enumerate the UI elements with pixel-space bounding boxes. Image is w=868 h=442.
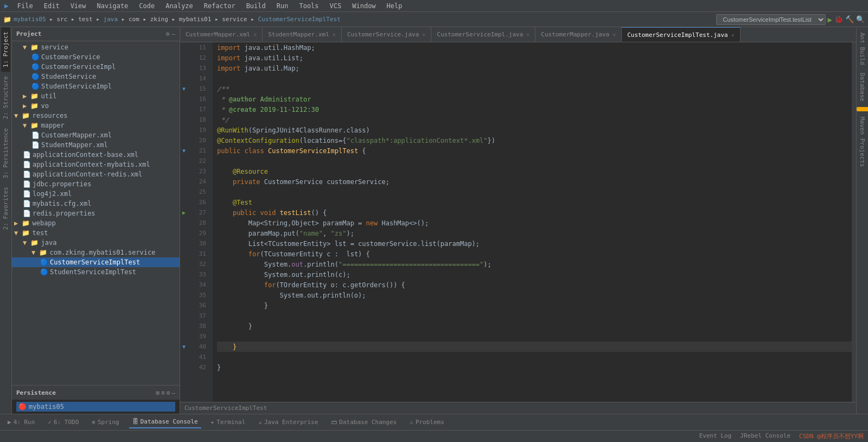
tab-label: CustomerMapper.java: [541, 31, 609, 38]
debug-button[interactable]: 🐞: [834, 15, 843, 23]
linenum-27: 27: [188, 209, 209, 216]
tree-webapp[interactable]: ▶ 📁 webapp: [12, 218, 180, 228]
code-line-26: @Test: [217, 197, 852, 207]
tree-appctx-mybatis[interactable]: 📄 applicationContext-mybatis.xml: [12, 160, 180, 169]
run-config-dropdown[interactable]: CustomerServiceImplTest.testList: [716, 14, 826, 25]
sidebar-hide-icon[interactable]: —: [171, 30, 175, 37]
menu-tools[interactable]: Tools: [297, 1, 321, 11]
tree-redis-props[interactable]: 📄 redis.properties: [12, 209, 180, 218]
tree-com-zking[interactable]: ▼ 📁 com.zking.mybatis01.service: [12, 248, 180, 257]
tree-vo[interactable]: ▶ 📁 vo: [12, 101, 180, 111]
project-tab[interactable]: 1: Project: [1, 27, 10, 72]
database-tab[interactable]: Database: [858, 70, 867, 105]
tree-jdbc-props[interactable]: 📄 jdbc.properties: [12, 179, 180, 189]
menu-refactor[interactable]: Refactor: [202, 1, 238, 11]
tab-customer-service-impl-test-java[interactable]: CustomerServiceImplTest.java ✕: [622, 27, 740, 42]
line-41-row: 41: [180, 352, 213, 362]
tree-customer-service[interactable]: 🔵 CustomerService: [12, 52, 180, 62]
tab-close-icon-4[interactable]: ✕: [526, 31, 529, 37]
tree-student-service[interactable]: 🔵 StudentService: [12, 72, 180, 81]
tree-student-service-impl-test[interactable]: 🔵 StudentServiceImplTest: [12, 267, 180, 277]
menu-view[interactable]: View: [68, 1, 88, 11]
code-line-18: */: [217, 115, 852, 125]
code-content[interactable]: import java.util.HashMap; import java.ut…: [213, 42, 852, 402]
problems-tab[interactable]: ⚠ Problems: [406, 416, 448, 428]
event-log[interactable]: Event Log: [699, 432, 732, 440]
terminal-tab[interactable]: ▸ Terminal: [208, 416, 249, 428]
menu-file[interactable]: File: [15, 1, 35, 11]
tree-resources[interactable]: ▼ 📁 resources: [12, 111, 180, 121]
tree-log4j2[interactable]: 📄 log4j2.xml: [12, 189, 180, 199]
spring-tab[interactable]: ⊕ Spring: [88, 416, 122, 428]
linenum-33: 33: [188, 271, 209, 278]
persistence-tab[interactable]: 3: Persistence: [1, 124, 10, 183]
menu-vcs[interactable]: VCS: [328, 1, 344, 11]
tree-util[interactable]: ▶ 📁 util: [12, 91, 180, 101]
jrebel-console[interactable]: JRebel Console: [740, 432, 790, 440]
build-button[interactable]: 🔨: [845, 15, 854, 23]
gutter-27-run[interactable]: ▶: [180, 210, 188, 216]
java-enterprise-tab[interactable]: ☕ Java Enterprise: [255, 416, 321, 428]
tree-appctx-base[interactable]: 📄 applicationContext-base.xml: [12, 150, 180, 160]
code-line-38: }: [217, 321, 852, 331]
menu-run[interactable]: Run: [275, 1, 291, 11]
favorites-tab[interactable]: 2: Favorites: [1, 182, 10, 234]
tab-close-icon-5[interactable]: ✕: [612, 31, 616, 37]
database-console-tab[interactable]: 🗄 Database Console: [129, 416, 201, 428]
tab-customer-mapper-xml[interactable]: CustomerMapper.xml ✕: [180, 27, 263, 42]
toolbar-project[interactable]: 📁: [3, 16, 11, 23]
run-tab[interactable]: ▶ 4: Run: [4, 416, 38, 428]
maven-projects-tab[interactable]: Maven Projects: [858, 113, 867, 171]
tree-customer-mapper-xml[interactable]: 📄 CustomerMapper.xml: [12, 130, 180, 140]
line-28-row: 28: [180, 218, 213, 228]
tree-mybatis-cfg[interactable]: 📄 mybatis.cfg.xml: [12, 199, 180, 209]
persistence-icon-4[interactable]: —: [171, 389, 175, 396]
db-changes-tab[interactable]: 🗃 Database Changes: [328, 416, 400, 428]
tab-close-icon-2[interactable]: ✕: [333, 31, 336, 37]
search-button[interactable]: 🔍: [856, 15, 865, 23]
ant-build-tab[interactable]: Ant Build: [858, 29, 867, 68]
linenum-11: 11: [188, 44, 209, 51]
tree-service[interactable]: ▼ 📁 service: [12, 42, 180, 52]
run-icon: ▶: [8, 419, 11, 426]
menu-help[interactable]: Help: [385, 1, 405, 11]
persistence-mybatis05[interactable]: 🔴 mybatis05: [16, 402, 175, 412]
tab-close-icon-6[interactable]: ✕: [731, 32, 735, 38]
tabs-bar: CustomerMapper.xml ✕ StudentMapper.xml ✕…: [180, 27, 856, 42]
gutter-40: ▼: [180, 344, 188, 350]
tree-student-mapper-xml[interactable]: 📄 StudentMapper.xml: [12, 140, 180, 150]
menu-analyze[interactable]: Analyze: [163, 1, 195, 11]
tree-mapper[interactable]: ▼ 📁 mapper: [12, 121, 180, 130]
todo-tab[interactable]: ✓ 6: TODO: [44, 416, 82, 428]
menu-edit[interactable]: Edit: [42, 1, 62, 11]
tree-test[interactable]: ▼ 📁 test: [12, 228, 180, 238]
tree-customer-service-impl[interactable]: 🔵 CustomerServiceImpl: [12, 62, 180, 72]
sidebar-settings-icon[interactable]: ⚙: [166, 30, 170, 37]
tree-appctx-redis[interactable]: 📄 applicationContext-redis.xml: [12, 169, 180, 179]
folder-icon-5: ▼ 📁: [23, 122, 39, 129]
linenum-29: 29: [188, 230, 209, 237]
tree-java[interactable]: ▼ 📁 java: [12, 238, 180, 248]
menu-navigate[interactable]: Navigate: [95, 1, 131, 11]
tab-customer-service-java[interactable]: CustomerService.java ✕: [342, 27, 431, 42]
tab-close-icon-3[interactable]: ✕: [422, 31, 425, 37]
persistence-icon-1[interactable]: ⊞: [156, 389, 160, 396]
persistence-icon-3[interactable]: ⚙: [167, 389, 170, 396]
tab-customer-service-impl-java[interactable]: CustomerServiceImpl.java ✕: [431, 27, 535, 42]
tab-close-icon[interactable]: ✕: [253, 31, 257, 37]
code-line-13: import java.util.Map;: [217, 63, 852, 73]
tab-customer-mapper-java[interactable]: CustomerMapper.java ✕: [535, 27, 622, 42]
linenum-15: 15: [188, 85, 209, 92]
vertical-scrollbar[interactable]: [852, 42, 856, 402]
persistence-icon-2[interactable]: ≡: [161, 389, 165, 396]
xml-icon-6: 📄: [23, 190, 31, 198]
run-button[interactable]: ▶: [828, 15, 832, 24]
menu-window[interactable]: Window: [350, 1, 378, 11]
tree-customer-service-impl-test[interactable]: 🔵 CustomerServiceImplTest: [12, 257, 180, 267]
structure-tab[interactable]: 2: Structure: [1, 72, 10, 123]
tab-student-mapper-xml[interactable]: StudentMapper.xml ✕: [263, 27, 342, 42]
menu-build[interactable]: Build: [244, 1, 268, 11]
tree-student-service-impl[interactable]: 🔵 StudentServiceImpl: [12, 81, 180, 91]
menu-code[interactable]: Code: [137, 1, 157, 11]
code-line-19: @RunWith(SpringJUnit4ClassRunner.class): [217, 125, 852, 135]
